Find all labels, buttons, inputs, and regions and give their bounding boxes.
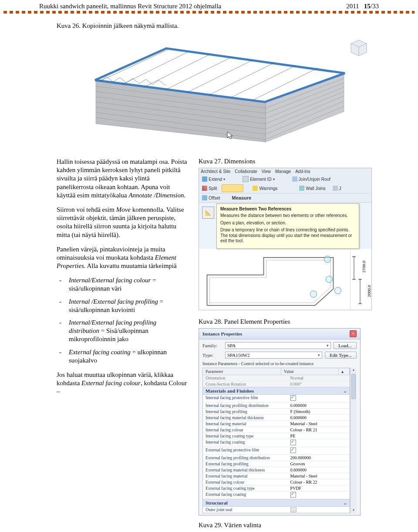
ip-titlebar: Instance Properties × xyxy=(199,329,360,339)
ribbon-tab[interactable]: Collaborate xyxy=(235,169,257,174)
table-row[interactable]: Internal facing coating xyxy=(203,439,350,447)
header-left: Ruukki sandwich paneelit, mallinnus Revi… xyxy=(39,3,221,10)
join-unjoin-roof-button[interactable]: Join/Unjoin Roof xyxy=(291,176,332,182)
group-structural: Structural ⌄ xyxy=(203,499,350,507)
list-item: Internal/External facing colour = sisä/u… xyxy=(57,276,187,293)
table-row[interactable]: Internal facing material thickness0.6000… xyxy=(203,415,350,421)
list-item: Internal /External facing profiling = si… xyxy=(57,298,187,314)
caption-kuva-27: Kuva 27. Dimensions xyxy=(199,158,379,165)
checkbox-icon[interactable] xyxy=(290,395,296,401)
table-row[interactable]: External facing colourColour - RR 22 xyxy=(203,479,350,485)
table-row[interactable]: External facing coating typePVDF xyxy=(203,485,350,491)
para-3: Panelien värejä, pintakuviointeja ja mui… xyxy=(57,245,187,271)
caption-kuva-26: Kuva 26. Kopioinnin jälkeen näkymä malli… xyxy=(57,22,379,30)
wall-joins-button[interactable]: Wall Joins xyxy=(298,185,327,191)
table-row[interactable]: External facing coating xyxy=(203,491,350,499)
table-row[interactable]: External facing materialMaterial - Steel xyxy=(203,473,350,479)
scrollbar-vertical[interactable]: ▴ ▾ xyxy=(350,368,357,514)
bullet-list: Internal/External facing colour = sisä/u… xyxy=(57,276,187,365)
caption-kuva-29: Kuva 29. Värien valinta xyxy=(199,522,379,529)
caption-kuva-28: Kuva 28. Panel Element Properties xyxy=(199,318,379,325)
family-label: Family: xyxy=(202,343,222,348)
svg-marker-2 xyxy=(266,75,344,142)
list-item: Internal/External facing profiling distr… xyxy=(57,319,187,344)
instance-properties-window: Instance Properties × Family: SPA▾ Load.… xyxy=(199,328,361,516)
ribbon-tabs: Architect & SiteCollaborateViewManageAdd… xyxy=(201,169,370,175)
table-row[interactable]: Internal facing materialMaterial - Steel xyxy=(203,421,350,427)
type-combo[interactable]: SPA150W2▾ xyxy=(225,352,322,359)
measure-tooltip: 📐 Measure Between Two References Measure… xyxy=(216,203,359,249)
toolbar-row-2: Split Warnings Wall Joins J xyxy=(201,183,370,193)
table-row[interactable]: External facing profilingGrooves xyxy=(203,461,350,467)
svg-line-17 xyxy=(100,50,168,81)
measure-highlight[interactable] xyxy=(222,184,243,192)
toolbar-row-3: Offset Measure xyxy=(201,193,370,202)
split-button[interactable]: Split xyxy=(201,185,218,191)
edit-type-button[interactable]: Edit Type... xyxy=(325,352,357,359)
checkbox-icon[interactable] xyxy=(290,440,296,445)
table-row[interactable]: Internal facing profilingF (Smooth) xyxy=(203,409,350,415)
table-row[interactable]: External facing profiling distribution20… xyxy=(203,455,350,461)
load-button[interactable]: Load... xyxy=(334,342,357,349)
checkbox-icon[interactable] xyxy=(290,492,296,498)
dim-label-b: 2000.0 xyxy=(367,285,371,298)
dim-label-a: 2700.0 xyxy=(362,260,366,273)
measure-label: Measure xyxy=(230,194,253,201)
checkbox-icon[interactable] xyxy=(290,447,296,453)
para-2: Siirron voi tehdä esim Move komennolla. … xyxy=(57,206,187,239)
measure-icon: 📐 xyxy=(202,207,214,219)
table-row[interactable]: Internal facing coating typePE xyxy=(203,433,350,439)
dimensions-screenshot: Architect & SiteCollaborateViewManageAdd… xyxy=(199,168,372,310)
svg-line-23 xyxy=(231,65,296,98)
offset-button[interactable]: Offset xyxy=(201,195,222,201)
warnings-button[interactable]: Warnings xyxy=(251,185,279,191)
scroll-handle[interactable] xyxy=(290,507,297,512)
right-figure-column: Kuva 27. Dimensions Architect & SiteColl… xyxy=(199,158,379,532)
group-materials-finishes: Materials and Finishes ⌄ xyxy=(203,387,350,395)
ribbon-tab[interactable]: Manage xyxy=(275,169,291,174)
table-row[interactable]: Internal facing profiling distribution0.… xyxy=(203,403,350,409)
chevron-down-icon: ▾ xyxy=(318,353,320,357)
ribbon-tab[interactable]: Architect & Site xyxy=(201,169,230,174)
table-row[interactable]: Cross-Section Rotation0.000° xyxy=(203,381,350,387)
type-label: Type: xyxy=(202,352,222,358)
svg-line-22 xyxy=(209,63,274,95)
svg-line-19 xyxy=(144,55,209,87)
table-row[interactable]: OrientationNormal xyxy=(203,375,350,381)
close-icon[interactable]: × xyxy=(350,330,357,337)
svg-line-18 xyxy=(122,52,187,85)
svg-line-21 xyxy=(187,60,253,92)
j-button[interactable]: J xyxy=(331,185,343,191)
table-row[interactable]: External facing protective film xyxy=(203,447,350,455)
element-id-button[interactable]: Element ID ▾ xyxy=(241,176,276,183)
para-1: Hallin toisessa päädyssä on matalampi os… xyxy=(57,158,187,200)
table-row[interactable]: Internal facing protective film xyxy=(203,395,350,403)
ribbon-tab[interactable]: Add-Ins xyxy=(295,169,310,174)
table-row[interactable]: Outer joint seal xyxy=(203,507,350,513)
dim-toolbar: Architect & SiteCollaborateViewManageAdd… xyxy=(199,168,371,203)
building-svg xyxy=(57,33,370,146)
ribbon-tab[interactable]: View xyxy=(262,169,271,174)
header-right: 2011 15/33 xyxy=(346,3,379,10)
figure-building-isometric xyxy=(57,33,370,146)
chevron-down-icon: ▾ xyxy=(327,343,329,348)
family-combo[interactable]: SPA▾ xyxy=(225,342,331,349)
list-item: External facing coating = ulkopinnan suo… xyxy=(57,348,187,365)
table-row[interactable]: External facing material thickness0.6000… xyxy=(203,467,350,473)
para-4: Jos haluat muuttaa ulkopinnan väriä, kli… xyxy=(57,371,187,396)
dim-plan-canvas: 2700.0 2000.0 xyxy=(199,249,371,310)
svg-line-20 xyxy=(165,58,231,90)
page-header: Ruukki sandwich paneelit, mallinnus Revi… xyxy=(0,0,418,11)
toolbar-row-1: Extend ▾ Element ID ▾ Join/Unjoin Roof xyxy=(201,175,370,183)
extend-button[interactable]: Extend ▾ xyxy=(201,176,226,182)
params-header: Parameter Value ▴ xyxy=(203,368,350,375)
ip-subtitle: Instance Parameters - Control selected o… xyxy=(202,361,357,366)
left-text-column: Hallin toisessa päädyssä on matalampi os… xyxy=(57,158,187,532)
params-table: Parameter Value ▴ OrientationNormalCross… xyxy=(202,368,350,514)
table-row[interactable]: Internal facing colourColour - RR 21 xyxy=(203,427,350,433)
